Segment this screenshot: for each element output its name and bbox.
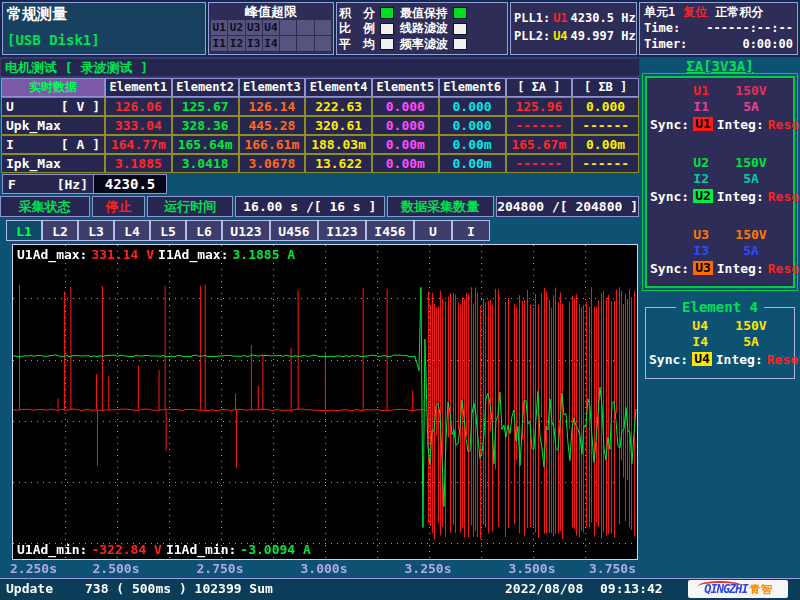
measure-mode-panel: 常规测量 [USB Disk1]: [2, 2, 206, 55]
cell-value: 13.622: [305, 154, 372, 173]
status-time: 09:13:42: [600, 581, 663, 596]
mode-title: 常规测量: [3, 3, 205, 26]
waveform-max-labels: U1Ad_max: 331.14 V I1Ad_max: 3.1885 A: [17, 247, 295, 262]
cell-value: 333.04: [105, 116, 172, 135]
i1-min-label: I1Ad_min:: [166, 542, 236, 557]
i1-max-label: I1Ad_max:: [158, 247, 228, 262]
toggle-line-filter-checkbox[interactable]: [453, 23, 467, 35]
cell-value: ------: [572, 116, 639, 135]
u1-max-label: U1Ad_max:: [17, 247, 87, 262]
row-unit: [ V ]: [61, 98, 100, 115]
row-unit: [ A ]: [61, 136, 100, 153]
logo-cjk-text: 青智: [750, 582, 772, 597]
sync-source-chip-u1[interactable]: U1: [693, 117, 713, 131]
cell-value: 164.77m: [105, 135, 172, 154]
tab-i456[interactable]: I456: [366, 220, 414, 241]
pll1-row: PLL1:U14230.5 Hz: [514, 9, 633, 27]
power-analyzer-screen: 常规测量 [USB Disk1] 峰值超限 U1U2U3U4I1I2I3I4 积…: [0, 0, 800, 600]
sync-row-u4: Sync:U4Integ:Reset: [646, 350, 794, 368]
tab-u[interactable]: U: [414, 220, 452, 241]
toggle-freq-filter-checkbox[interactable]: [453, 38, 467, 50]
channel-name: U3: [647, 227, 709, 243]
cell-value: ------: [506, 116, 573, 135]
sync-row-u1: Sync:U1Integ:Reset: [647, 115, 793, 133]
sync-row-u3: Sync:U3Integ:Reset: [647, 259, 793, 277]
integ-reset-value[interactable]: Reset: [768, 189, 800, 204]
measure-options-panel: 积 分比 例平 均最值保持线路滤波频率滤波: [336, 2, 508, 55]
cell-value: 3.1885: [105, 154, 172, 173]
tab-i[interactable]: I: [452, 220, 490, 241]
tab-l4[interactable]: L4: [114, 220, 150, 241]
realtime-data-header: 实时数据: [1, 78, 105, 97]
tab-l3[interactable]: L3: [78, 220, 114, 241]
toggle-max-hold: 最值保持: [400, 6, 467, 20]
waveform-canvas: [13, 245, 637, 559]
integ-label: Integ:: [716, 352, 763, 367]
sigma-group: U3150VI35ASync:U3Integ:Reset: [647, 227, 793, 277]
toggle-ratio-checkbox[interactable]: [380, 23, 394, 35]
peak-cell-u4: U4: [263, 20, 279, 35]
channel-range: 5A: [709, 243, 793, 259]
pll2-value: 49.997 Hz: [571, 29, 636, 43]
cell-value: 0.00m: [439, 154, 506, 173]
sync-source-chip-u3[interactable]: U3: [693, 261, 713, 275]
tab-l6[interactable]: L6: [186, 220, 222, 241]
channel-row-i2: I25A: [647, 171, 793, 187]
cell-value: 0.000: [572, 97, 639, 116]
sync-label: Sync:: [650, 117, 689, 132]
sync-source-chip-u4[interactable]: U4: [692, 352, 712, 366]
channel-range: 5A: [708, 334, 794, 350]
sync-label: Sync:: [650, 261, 689, 276]
integ-reset-value[interactable]: Reset: [768, 261, 800, 276]
waveform-display: U1Ad_max: 331.14 V I1Ad_max: 3.1885 A U1…: [12, 244, 638, 560]
time-label: Time:: [644, 21, 680, 35]
x-tick-label: 3.250s: [405, 561, 452, 576]
x-tick-label: 3.500s: [509, 561, 556, 576]
tab-u456[interactable]: U456: [270, 220, 318, 241]
column-header: Element1: [105, 78, 172, 97]
peak-over-limit-panel: 峰值超限 U1U2U3U4I1I2I3I4: [208, 2, 334, 55]
cell-value: 320.61: [305, 116, 372, 135]
cell-value: 3.0418: [172, 154, 239, 173]
tab-l5[interactable]: L5: [150, 220, 186, 241]
measurement-table: 实时数据Element1Element2Element3Element4Elem…: [1, 78, 639, 173]
tab-u123[interactable]: U123: [222, 220, 270, 241]
timer-label: Timer:: [644, 37, 687, 51]
channel-name: I3: [647, 243, 709, 259]
toggle-average-checkbox[interactable]: [380, 38, 394, 50]
peak-cell-empty: [297, 20, 313, 35]
channel-name: I2: [647, 171, 709, 187]
peak-cell-u1: U1: [211, 20, 227, 35]
cell-value: 328.36: [172, 116, 239, 135]
peak-cell-empty: [315, 20, 331, 35]
integ-reset-value[interactable]: Reset: [767, 352, 800, 367]
sigma-wiring-panel: U1150VI15ASync:U1Integ:ResetU2150VI25ASy…: [645, 76, 795, 288]
peak-cell-empty: [315, 36, 331, 51]
toggle-max-hold-checkbox[interactable]: [453, 7, 467, 19]
channel-name: U2: [647, 155, 709, 171]
row-name: U: [6, 98, 14, 115]
cell-value: 0.00m: [439, 135, 506, 154]
sync-source-chip-u2[interactable]: U2: [693, 189, 713, 203]
cell-value: 126.14: [239, 97, 306, 116]
table-row-upk_max: Upk_Max333.04328.36445.28320.610.0000.00…: [1, 116, 639, 135]
toggle-freq-filter-label: 频率滤波: [400, 36, 448, 53]
integration-reset-label[interactable]: 复位: [683, 4, 707, 21]
pll2-source: U4: [553, 29, 567, 43]
toggle-integration-checkbox[interactable]: [380, 7, 394, 19]
row-name: Upk_Max: [6, 117, 61, 134]
tab-l2[interactable]: L2: [42, 220, 78, 241]
toggle-average: 平 均: [339, 37, 394, 51]
u1-min-value: -322.84 V: [91, 542, 161, 557]
element4-group: U4150VI45ASync:U4Integ:Reset: [646, 318, 794, 368]
top-strip: 常规测量 [USB Disk1] 峰值超限 U1U2U3U4I1I2I3I4 积…: [0, 0, 800, 57]
tab-i123[interactable]: I123: [318, 220, 366, 241]
sigma-group: U1150VI15ASync:U1Integ:Reset: [647, 83, 793, 133]
channel-row-u2: U2150V: [647, 155, 793, 171]
channel-name: U4: [646, 318, 708, 334]
integ-reset-value[interactable]: Reset: [768, 117, 800, 132]
channel-row-i1: I15A: [647, 99, 793, 115]
tab-l1[interactable]: L1: [6, 220, 42, 241]
channel-name: U1: [647, 83, 709, 99]
toggle-ratio-label: 比 例: [339, 20, 375, 37]
